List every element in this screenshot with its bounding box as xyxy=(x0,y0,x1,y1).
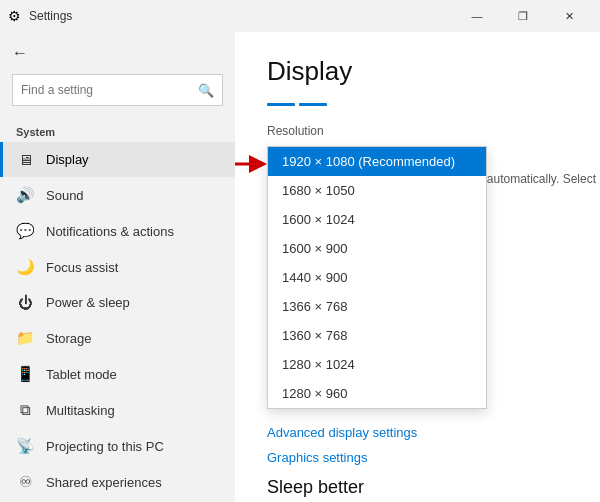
side-text: automatically. Select xyxy=(487,172,600,186)
power-label: Power & sleep xyxy=(46,295,130,310)
sidebar-item-power[interactable]: ⏻ Power & sleep xyxy=(0,285,235,320)
focus-label: Focus assist xyxy=(46,260,118,275)
back-button[interactable]: ← xyxy=(0,36,235,70)
system-section-label: System xyxy=(0,118,235,142)
sidebar-item-sound[interactable]: 🔊 Sound xyxy=(0,177,235,213)
shared-icon: ♾ xyxy=(16,473,34,491)
sound-icon: 🔊 xyxy=(16,186,34,204)
resolution-option[interactable]: 1366 × 768 xyxy=(268,292,486,321)
sidebar-item-display[interactable]: 🖥 Display xyxy=(0,142,235,177)
title-bar: ⚙ Settings — ❐ ✕ xyxy=(0,0,600,32)
content-area: Display Resolution 1920 × 1080 (Recommen… xyxy=(235,32,600,502)
search-box[interactable]: 🔍 xyxy=(12,74,223,106)
multitasking-icon: ⧉ xyxy=(16,401,34,419)
sidebar-item-storage[interactable]: 📁 Storage xyxy=(0,320,235,356)
search-input[interactable] xyxy=(21,83,198,97)
sidebar-item-multitasking[interactable]: ⧉ Multitasking xyxy=(0,392,235,428)
settings-icon: ⚙ xyxy=(8,8,21,24)
sidebar-item-projecting[interactable]: 📡 Projecting to this PC xyxy=(0,428,235,464)
nav-list: 🖥 Display 🔊 Sound 💬 Notifications & acti… xyxy=(0,142,235,500)
sleep-section: Sleep better Night light can help you ge… xyxy=(267,477,568,502)
multitasking-label: Multitasking xyxy=(46,403,115,418)
sleep-title: Sleep better xyxy=(267,477,568,498)
page-title: Display xyxy=(267,56,568,87)
notifications-icon: 💬 xyxy=(16,222,34,240)
arrow-indicator xyxy=(235,150,267,178)
storage-icon: 📁 xyxy=(16,329,34,347)
tablet-label: Tablet mode xyxy=(46,367,117,382)
maximize-button[interactable]: ❐ xyxy=(500,0,546,32)
focus-icon: 🌙 xyxy=(16,258,34,276)
sidebar: ← 🔍 System 🖥 Display 🔊 Sound 💬 Notificat… xyxy=(0,32,235,502)
advanced-display-link[interactable]: Advanced display settings xyxy=(267,425,568,440)
sidebar-item-tablet[interactable]: 📱 Tablet mode xyxy=(0,356,235,392)
minimize-button[interactable]: — xyxy=(454,0,500,32)
resolution-option[interactable]: 1440 × 900 xyxy=(268,263,486,292)
resolution-option[interactable]: 1360 × 768 xyxy=(268,321,486,350)
window-title: Settings xyxy=(29,9,72,23)
sidebar-item-focus[interactable]: 🌙 Focus assist xyxy=(0,249,235,285)
notifications-label: Notifications & actions xyxy=(46,224,174,239)
projecting-label: Projecting to this PC xyxy=(46,439,164,454)
resolution-option[interactable]: 1280 × 960 xyxy=(268,379,486,408)
back-icon: ← xyxy=(12,44,28,62)
resolution-option[interactable]: 1600 × 1024 xyxy=(268,205,486,234)
display-label: Display xyxy=(46,152,89,167)
shared-label: Shared experiences xyxy=(46,475,162,490)
close-button[interactable]: ✕ xyxy=(546,0,592,32)
sidebar-item-notifications[interactable]: 💬 Notifications & actions xyxy=(0,213,235,249)
resolution-label: Resolution xyxy=(267,124,568,138)
main-container: ← 🔍 System 🖥 Display 🔊 Sound 💬 Notificat… xyxy=(0,32,600,502)
display-icon: 🖥 xyxy=(16,151,34,168)
resolution-option[interactable]: 1920 × 1080 (Recommended) xyxy=(268,147,486,176)
resolution-option[interactable]: 1280 × 1024 xyxy=(268,350,486,379)
tablet-icon: 📱 xyxy=(16,365,34,383)
storage-label: Storage xyxy=(46,331,92,346)
title-bar-controls: — ❐ ✕ xyxy=(454,0,592,32)
search-icon: 🔍 xyxy=(198,83,214,98)
graphics-settings-link[interactable]: Graphics settings xyxy=(267,450,568,465)
title-bar-left: ⚙ Settings xyxy=(8,8,72,24)
power-icon: ⏻ xyxy=(16,294,34,311)
title-underline xyxy=(267,103,568,106)
sidebar-item-shared[interactable]: ♾ Shared experiences xyxy=(0,464,235,500)
resolution-dropdown[interactable]: 1920 × 1080 (Recommended)1680 × 10501600… xyxy=(267,146,487,409)
resolution-option[interactable]: 1600 × 900 xyxy=(268,234,486,263)
resolution-option[interactable]: 1680 × 1050 xyxy=(268,176,486,205)
projecting-icon: 📡 xyxy=(16,437,34,455)
sound-label: Sound xyxy=(46,188,84,203)
